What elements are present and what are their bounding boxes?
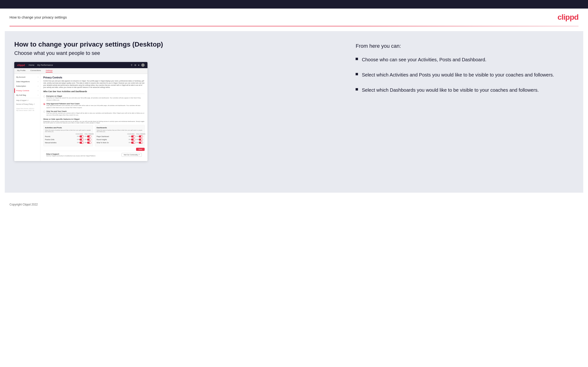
mockup-nav-home: Home — [28, 64, 34, 66]
toggle-row-round-insights: Round Insights ON ON — [96, 139, 143, 141]
mockup-sidebar-helpsupport: Help & Support ↗ — [14, 99, 40, 102]
mockup-who-can-see-title: Who Can See Your Activities and Dashboar… — [43, 90, 145, 94]
mockup-sidebar-myaccount: My Account › — [14, 75, 40, 79]
mockup-help-title: Help & Support — [46, 153, 96, 155]
radio-button-everyone — [43, 95, 45, 97]
sub-heading: Choose what you want people to see — [14, 50, 341, 56]
toggle-workon-followers — [139, 142, 143, 144]
mockup-nav-right: ⚲ ⊞ ● — [131, 63, 145, 67]
mockup-help-section: Help & Support Visit our Clippd communit… — [43, 151, 145, 159]
mockup-nav-links: Home My Performance — [28, 64, 53, 66]
main-heading: How to change your privacy settings (Des… — [14, 41, 341, 48]
bullet-list: Choose who can see your Activities, Post… — [356, 56, 574, 93]
chevron-icon: › — [38, 85, 38, 87]
chevron-icon: › — [38, 76, 38, 78]
mockup-avatar — [141, 63, 145, 67]
mockup-radio-onlyyou: Only You and Your Coach Only you and the… — [43, 110, 145, 116]
logo-header: How to change your privacy settings clip… — [0, 8, 588, 26]
mockup-subnav: My Profile Connections Settings — [14, 68, 147, 74]
mockup-subnav-settings: Settings — [46, 69, 52, 72]
top-bar — [0, 0, 588, 8]
header-divider — [9, 26, 579, 26]
mockup-search-icon: ⚲ — [131, 64, 132, 66]
mockup-save-button[interactable]: Save — [136, 148, 145, 151]
screenshot-mockup: clippd Home My Performance ⚲ ⊞ ● My Prof… — [14, 62, 147, 161]
left-side: How to change your privacy settings (Des… — [14, 41, 341, 161]
right-side: From here you can: Choose who can see yo… — [356, 41, 574, 93]
toggle-practice-followers — [87, 139, 91, 141]
toggle-row-player-dashboard: Player Dashboard ON ON — [96, 135, 143, 138]
mockup-version: Clippd Client Version: 2022.8.2SQL Serve… — [14, 106, 40, 113]
toggle-workon-coaches — [131, 142, 135, 144]
mockup-privacy-desc: Control how you and your data appears to… — [43, 80, 145, 88]
mockup-logo: clippd — [17, 64, 25, 67]
mockup-toggle-section: Show or hide specific features in Clippd… — [43, 118, 145, 151]
mockup-sidebar-dataintegrations: Data Integrations › — [14, 79, 40, 84]
sidebar-divider — [14, 98, 40, 98]
mockup-sidebar-privacycontrols: Privacy Controls › — [14, 88, 40, 93]
toggle-rounds-coaches — [79, 135, 84, 138]
main-content: How to change your privacy settings (Des… — [5, 31, 583, 193]
activities-posts-col: Activities and Posts Select the types of… — [43, 125, 93, 146]
mockup-save-row: Save — [43, 148, 145, 151]
mockup-sidebar-mygolfbag: My Golf Bag › — [14, 93, 40, 97]
mockup-radio-group: Everyone on Clippd Everyone on Clippd ca… — [43, 95, 145, 116]
toggle-columns: Activities and Posts Select the types of… — [43, 125, 145, 146]
mockup-privacy-title: Privacy Controls — [43, 76, 145, 79]
toggle-insights-coaches — [131, 139, 135, 141]
mockup-body: My Account › Data Integrations › Subscri… — [14, 74, 147, 161]
mockup-radio-everyone: Everyone on Clippd Everyone on Clippd ca… — [43, 95, 145, 101]
radio-button-followers — [43, 103, 45, 105]
toggle-row-workOn: What To Work On ON ON — [96, 142, 143, 144]
footer-text: Copyright Clippd 2022 — [9, 203, 38, 206]
bullet-square-3 — [356, 88, 358, 91]
bullet-text-1: Choose who can see your Activities, Post… — [362, 56, 486, 63]
chevron-icon: › — [38, 90, 38, 92]
toggle-row-manual: Manual Activities ON ON — [45, 142, 91, 144]
toggle-insights-followers — [139, 139, 143, 141]
clippd-logo: clippd — [558, 13, 579, 22]
toggle-rounds-followers — [87, 135, 91, 138]
bullet-item-1: Choose who can see your Activities, Post… — [356, 56, 574, 63]
mockup-sidebar-subscription: Subscription › — [14, 84, 40, 88]
bullet-square-2 — [356, 73, 358, 75]
mockup-grid-icon: ⊞ — [134, 64, 136, 66]
toggle-manual-followers — [87, 142, 91, 144]
bullet-item-3: Select which Dashboards you would like t… — [356, 87, 574, 93]
toggle-player-coaches — [131, 135, 135, 138]
bullet-text-2: Select which Activities and Posts you wo… — [362, 72, 554, 78]
mockup-sidebar-serviceprivacy: Service & Privacy Policy ↗ — [14, 102, 40, 106]
mockup-navbar: clippd Home My Performance ⚲ ⊞ ● — [14, 62, 147, 68]
mockup-sidebar: My Account › Data Integrations › Subscri… — [14, 74, 40, 161]
toggle-practice-coaches — [79, 139, 84, 141]
mockup-visit-community-button[interactable]: Visit Our Community ↗ — [121, 153, 142, 157]
show-hide-desc: Regardless of the privacy controls that … — [43, 121, 145, 124]
chevron-icon: › — [38, 81, 38, 83]
page-title: How to change your privacy settings — [9, 15, 67, 19]
mockup-bell-icon: ● — [138, 64, 139, 66]
dashboards-col: Dashboards Select the types of activity … — [95, 125, 145, 146]
radio-button-onlyyou — [43, 111, 45, 113]
footer: Copyright Clippd 2022 — [0, 197, 588, 211]
from-here-title: From here you can: — [356, 43, 574, 49]
toggle-row-practice: Practice Drills ON ON — [45, 139, 91, 141]
bullet-text-3: Select which Dashboards you would like t… — [362, 87, 539, 93]
mockup-main-panel: Privacy Controls Control how you and you… — [40, 74, 147, 161]
toggle-player-followers — [139, 135, 143, 138]
bullet-item-2: Select which Activities and Posts you wo… — [356, 72, 574, 78]
mockup-radio-followers: Only Approved Followers and Your Coach O… — [43, 103, 145, 108]
chevron-icon: › — [38, 94, 38, 96]
toggle-row-rounds: Rounds ON ON — [45, 135, 91, 138]
mockup-subnav-myprofile: My Profile — [17, 69, 26, 72]
bullet-square-1 — [356, 58, 358, 60]
toggle-manual-coaches — [79, 142, 84, 144]
show-hide-title: Show or hide specific features in Clippd — [43, 118, 145, 120]
mockup-help-desc: Visit our Clippd community to troublesho… — [46, 155, 96, 157]
mockup-subnav-connections: Connections — [30, 69, 41, 72]
mockup-nav-performance: My Performance — [37, 64, 53, 66]
